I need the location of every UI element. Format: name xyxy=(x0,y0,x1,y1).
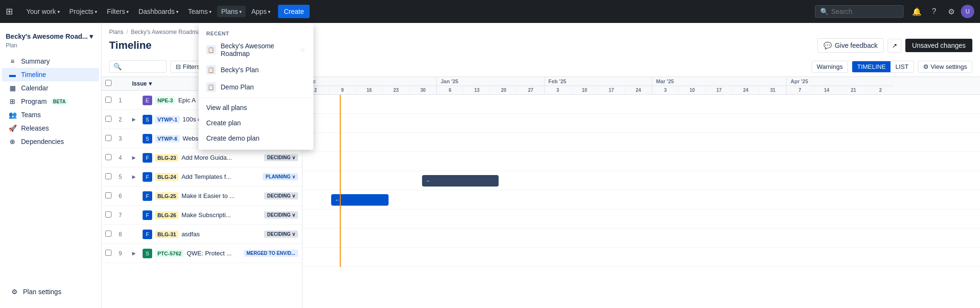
plan-name[interactable]: Becky's Awesome Road... ▾ xyxy=(6,33,95,40)
issue-tag[interactable]: BLG-26 xyxy=(155,211,178,219)
gantt-body: ← ← xyxy=(302,95,980,267)
expand-icon[interactable]: ▶ xyxy=(132,117,140,122)
issue-column-header[interactable]: Issue ▾ xyxy=(132,80,152,87)
sidebar-item-summary[interactable]: ≡ Summary xyxy=(2,55,99,68)
row-checkbox[interactable] xyxy=(105,250,111,256)
plans-dropdown: Recent 📋 Becky's Awesome Roadmap ☆ 📋 Bec… xyxy=(199,23,313,150)
row-checkbox[interactable] xyxy=(105,97,111,103)
timeline-view-button[interactable]: TIMELINE xyxy=(852,61,891,72)
issue-tag[interactable]: PTC-5762 xyxy=(155,250,184,257)
gantt-header: Dec 2 9 16 23 30 Jan '25 6 xyxy=(302,77,980,95)
timeline-search-input[interactable] xyxy=(123,63,162,70)
issue-tag[interactable]: NPE-3 xyxy=(155,97,175,104)
app-layout: Becky's Awesome Road... ▾ Plan ≡ Summary… xyxy=(0,23,980,308)
view-toggle: TIMELINE LIST xyxy=(852,61,913,73)
issue-type-icon: F xyxy=(143,191,152,201)
sidebar-item-plan-settings[interactable]: ⚙ Plan settings xyxy=(4,285,97,298)
sidebar-item-program[interactable]: ⊞ Program BETA xyxy=(2,95,99,108)
chevron-down-icon: ▾ xyxy=(89,33,93,40)
gantt-bar-blg24[interactable]: ← xyxy=(422,175,499,187)
filter-icon: ⊟ xyxy=(176,63,181,70)
row-checkbox[interactable] xyxy=(105,154,111,160)
toolbar-search[interactable]: 🔍 xyxy=(109,60,167,73)
list-view-button[interactable]: LIST xyxy=(891,61,913,72)
give-feedback-button[interactable]: 💬 Give feedback xyxy=(817,38,884,53)
unsaved-changes-button[interactable]: Unsaved changes xyxy=(905,39,972,52)
star-icon[interactable]: ☆ xyxy=(300,46,306,54)
view-all-plans-action[interactable]: View all plans xyxy=(199,100,313,115)
create-plan-action[interactable]: Create plan xyxy=(199,115,313,131)
issue-tag[interactable]: BLG-25 xyxy=(155,192,178,200)
dropdown-item-demo-plan[interactable]: 📋 Demo Plan xyxy=(199,78,313,96)
chevron-down-icon: ▾ xyxy=(209,9,212,14)
chevron-down-icon: ▾ xyxy=(176,9,178,14)
settings-icon: ⚙ xyxy=(923,63,929,70)
status-badge: DECIDING ∨ xyxy=(264,211,298,219)
sidebar-item-releases[interactable]: 🚀 Releases xyxy=(2,121,99,135)
share-button[interactable]: ↗ xyxy=(888,39,902,53)
warnings-button[interactable]: Warnings xyxy=(812,61,848,73)
dropdown-item-beckys-plan[interactable]: 📋 Becky's Plan xyxy=(199,61,313,78)
toolbar-right: Warnings TIMELINE LIST ⚙ View settings xyxy=(812,61,972,73)
recent-label: Recent xyxy=(199,27,313,38)
projects-nav[interactable]: Projects ▾ xyxy=(66,6,101,17)
timeline-icon: ▬ xyxy=(8,71,17,78)
grid-icon[interactable]: ⊞ xyxy=(6,6,13,17)
sidebar-item-dependencies[interactable]: ⊕ Dependencies xyxy=(2,135,99,148)
apps-nav[interactable]: Apps ▾ xyxy=(247,6,274,17)
dropdown-item-beckys-awesome-roadmap[interactable]: 📋 Becky's Awesome Roadmap ☆ xyxy=(199,38,313,61)
settings-icon[interactable]: ⚙ xyxy=(944,4,959,19)
gantt-panel: Dec 2 9 16 23 30 Jan '25 6 xyxy=(302,77,980,308)
expand-icon[interactable]: ▶ xyxy=(132,155,140,160)
row-content: F BLG-26 Make Subscripti... DECIDING ∨ xyxy=(132,210,298,220)
table-row: 9 ▶ S PTC-5762 QWE: Protect ... MERGED T… xyxy=(101,244,302,263)
breadcrumb-plans[interactable]: Plans xyxy=(109,29,123,35)
row-checkbox[interactable] xyxy=(105,116,111,122)
teams-nav[interactable]: Teams ▾ xyxy=(184,6,215,17)
issue-tag[interactable]: BLG-31 xyxy=(155,231,178,238)
issue-label: Make Subscripti... xyxy=(181,211,258,219)
create-demo-plan-action[interactable]: Create demo plan xyxy=(199,131,313,146)
user-avatar[interactable]: U xyxy=(961,5,974,18)
sidebar-item-calendar[interactable]: ▦ Calendar xyxy=(2,81,99,95)
issue-type-icon: S xyxy=(143,115,152,124)
summary-icon: ≡ xyxy=(8,57,17,65)
row-checkbox[interactable] xyxy=(105,231,111,237)
chevron-down-icon: ▾ xyxy=(57,9,60,14)
view-settings-button[interactable]: ⚙ View settings xyxy=(918,61,972,73)
issue-label: asdfas xyxy=(181,231,258,238)
table-row: 4 ▶ F BLG-23 Add More Guida... DECIDING … xyxy=(101,148,302,167)
issue-type-icon: F xyxy=(143,230,152,239)
filters-nav[interactable]: Filters ▾ xyxy=(103,6,133,17)
expand-icon[interactable]: ▶ xyxy=(132,251,140,256)
issue-type-icon: F xyxy=(143,153,152,163)
dashboards-nav[interactable]: Dashboards ▾ xyxy=(134,6,182,17)
expand-icon[interactable]: ▶ xyxy=(132,174,140,179)
row-number: 1 xyxy=(119,97,132,104)
row-checkbox[interactable] xyxy=(105,173,111,179)
sidebar-item-teams[interactable]: 👥 Teams xyxy=(2,108,99,121)
row-checkbox[interactable] xyxy=(105,135,111,141)
issue-tag[interactable]: BLG-23 xyxy=(155,154,178,162)
today-line xyxy=(340,95,341,267)
your-work-nav[interactable]: Your work ▾ xyxy=(22,6,64,17)
create-button[interactable]: Create xyxy=(278,5,310,18)
sort-icon: ▾ xyxy=(149,80,152,87)
select-all-checkbox[interactable] xyxy=(105,80,111,86)
issue-tag[interactable]: VTWP-6 xyxy=(155,135,180,143)
issue-tag[interactable]: VTWP-1 xyxy=(155,116,180,123)
top-navigation: ⊞ Jira Your work ▾ Projects ▾ Filters ▾ … xyxy=(0,0,980,23)
search-bar[interactable]: 🔍 xyxy=(815,5,903,18)
sidebar: Becky's Awesome Road... ▾ Plan ≡ Summary… xyxy=(0,23,101,308)
sidebar-item-timeline[interactable]: ▬ Timeline xyxy=(2,68,99,81)
breadcrumb-roadmap[interactable]: Becky's Awesome Roadmap xyxy=(131,29,203,35)
issue-label: QWE: Protect ... xyxy=(187,250,238,257)
row-checkbox[interactable] xyxy=(105,192,111,198)
issue-tag[interactable]: BLG-24 xyxy=(155,173,178,181)
row-checkbox[interactable] xyxy=(105,211,111,218)
search-input[interactable] xyxy=(831,8,898,15)
plans-nav[interactable]: Plans ▾ xyxy=(217,6,245,17)
help-icon[interactable]: ? xyxy=(926,4,942,19)
status-badge: DECIDING ∨ xyxy=(264,231,298,238)
notifications-icon[interactable]: 🔔 xyxy=(909,4,924,19)
